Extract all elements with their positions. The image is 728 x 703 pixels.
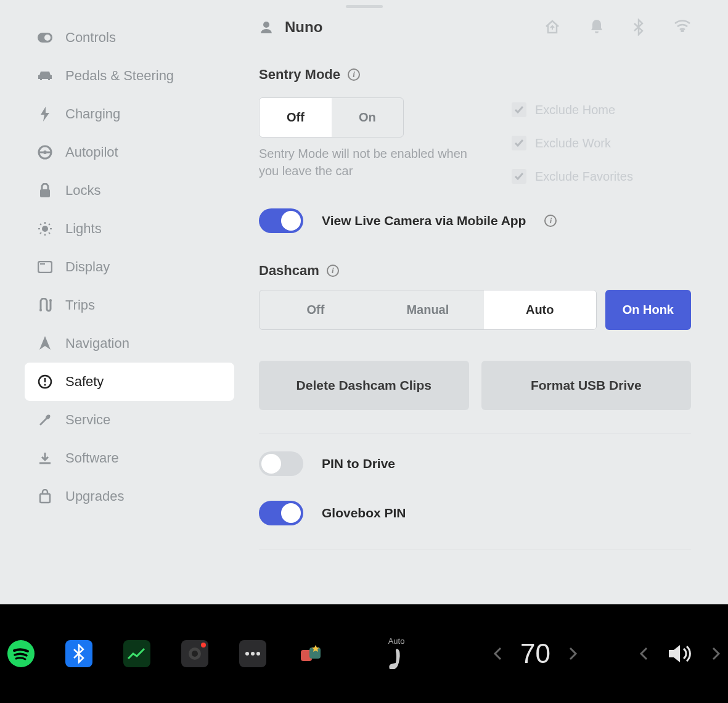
svg-rect-24 (40, 494, 50, 503)
steering-icon (37, 145, 53, 160)
svg-point-3 (43, 150, 47, 154)
sidebar-item-software[interactable]: Software (25, 439, 234, 477)
trips-icon (37, 298, 53, 313)
sidebar-item-label: Safety (65, 374, 104, 390)
glovebox-pin-switch[interactable] (259, 501, 303, 525)
pin-to-drive-switch[interactable] (259, 451, 303, 476)
sidebar: Controls Pedals & Steering Charging Auto… (0, 18, 234, 604)
sentry-help-text: Sentry Mode will not be enabled when you… (259, 145, 468, 179)
live-camera-label: View Live Camera via Mobile App (322, 213, 526, 228)
seat-icon (386, 647, 407, 672)
sentry-off-button[interactable]: Off (260, 98, 332, 137)
check-icon (512, 169, 526, 184)
person-icon (259, 20, 274, 35)
profile-button[interactable]: Nuno (259, 18, 322, 36)
temperature-value[interactable]: 70 (520, 638, 550, 669)
delete-clips-button[interactable]: Delete Dashcam Clips (259, 361, 469, 410)
sidebar-item-display[interactable]: Display (25, 248, 234, 286)
info-icon[interactable]: i (348, 68, 360, 81)
dashcam-auto-button[interactable]: Auto (484, 290, 596, 329)
sidebar-item-label: Controls (65, 30, 116, 46)
sidebar-item-pedals[interactable]: Pedals & Steering (25, 57, 234, 95)
sidebar-item-locks[interactable]: Locks (25, 171, 234, 210)
stocks-icon[interactable] (123, 640, 150, 667)
sidebar-item-safety[interactable]: Safety (25, 363, 234, 401)
sidebar-item-label: Navigation (65, 335, 129, 352)
bolt-icon (37, 107, 53, 121)
sentry-on-button[interactable]: On (332, 98, 403, 137)
sidebar-item-label: Software (65, 450, 119, 466)
svg-point-26 (682, 30, 684, 32)
seat-control[interactable]: Auto (386, 636, 407, 672)
temp-down-button[interactable] (493, 647, 502, 660)
drag-handle[interactable] (346, 5, 383, 8)
lights-icon (37, 222, 53, 236)
sidebar-item-service[interactable]: Service (25, 401, 234, 439)
bag-icon (37, 489, 53, 504)
exclude-home-label: Exclude Home (535, 103, 615, 117)
bottom-bar: Auto 70 (0, 604, 728, 703)
dashcam-manual-button[interactable]: Manual (372, 290, 484, 329)
car-icon (37, 70, 53, 81)
glovebox-pin-label: Glovebox PIN (322, 506, 406, 520)
check-icon (512, 102, 526, 117)
profile-name: Nuno (285, 18, 322, 36)
sidebar-item-label: Charging (65, 106, 120, 122)
bell-icon[interactable] (590, 18, 603, 36)
svg-point-29 (192, 651, 198, 657)
svg-point-7 (42, 226, 48, 232)
home-icon[interactable] (544, 18, 560, 36)
theater-icon[interactable] (297, 640, 324, 667)
svg-line-12 (40, 224, 41, 225)
more-apps-icon[interactable] (239, 640, 266, 667)
display-icon (37, 261, 53, 273)
dashcam-on-honk-button[interactable]: On Honk (605, 290, 691, 330)
sidebar-item-label: Display (65, 259, 110, 275)
lock-icon (37, 183, 53, 198)
svg-point-25 (263, 22, 269, 28)
sidebar-item-controls[interactable]: Controls (25, 18, 234, 57)
sidebar-item-upgrades[interactable]: Upgrades (25, 477, 234, 516)
content-area: Nuno Sentry Mode i (234, 18, 728, 604)
dashcam-segment: Off Manual Auto (259, 290, 597, 330)
info-icon[interactable]: i (327, 265, 339, 277)
svg-point-30 (245, 652, 249, 656)
divider (259, 434, 691, 434)
temp-up-button[interactable] (569, 647, 578, 660)
sidebar-item-label: Pedals & Steering (65, 68, 174, 84)
sidebar-item-label: Lights (65, 221, 102, 237)
svg-point-32 (256, 652, 260, 656)
svg-line-15 (49, 224, 50, 225)
info-icon[interactable]: i (544, 215, 557, 227)
sidebar-item-navigation[interactable]: Navigation (25, 324, 234, 363)
camera-app-icon[interactable] (181, 640, 208, 667)
spotify-icon[interactable] (7, 640, 35, 667)
format-usb-button[interactable]: Format USB Drive (481, 361, 692, 410)
seat-mode-label: Auto (388, 636, 405, 646)
svg-rect-16 (38, 261, 52, 273)
live-camera-switch[interactable] (259, 208, 303, 233)
svg-point-22 (44, 384, 46, 385)
warning-icon (37, 374, 53, 389)
volume-up-button[interactable] (712, 647, 721, 660)
sidebar-item-lights[interactable]: Lights (25, 210, 234, 248)
svg-rect-6 (40, 189, 50, 197)
bluetooth-icon[interactable] (633, 18, 644, 36)
sidebar-item-charging[interactable]: Charging (25, 95, 234, 133)
bluetooth-app-icon[interactable] (65, 640, 92, 667)
exclude-work-label: Exclude Work (535, 136, 611, 150)
pin-to-drive-label: PIN to Drive (322, 456, 395, 471)
sidebar-item-autopilot[interactable]: Autopilot (25, 133, 234, 171)
sidebar-item-trips[interactable]: Trips (25, 286, 234, 324)
exclude-work-checkbox[interactable]: Exclude Work (512, 136, 633, 150)
volume-down-button[interactable] (639, 647, 648, 660)
volume-icon[interactable] (666, 643, 693, 665)
exclude-home-checkbox[interactable]: Exclude Home (512, 102, 633, 117)
sentry-title: Sentry Mode i (259, 67, 360, 83)
dashcam-off-button[interactable]: Off (260, 290, 372, 329)
wifi-icon[interactable] (674, 18, 691, 36)
sidebar-item-label: Autopilot (65, 144, 118, 160)
svg-point-18 (39, 309, 42, 311)
sentry-toggle: Off On (259, 97, 404, 138)
exclude-favorites-checkbox[interactable]: Exclude Favorites (512, 169, 633, 184)
